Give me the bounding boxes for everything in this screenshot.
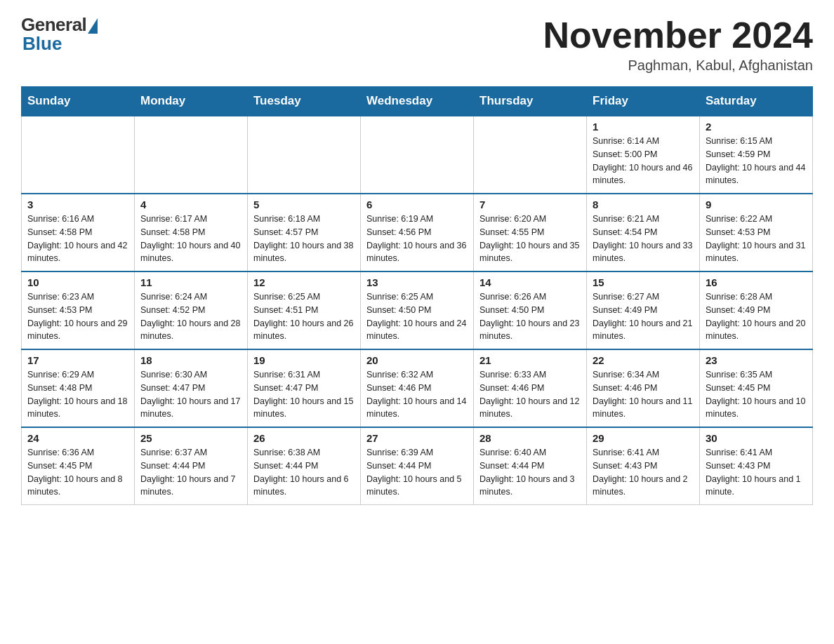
- calendar-day-cell: 9Sunrise: 6:22 AMSunset: 4:53 PMDaylight…: [700, 194, 813, 271]
- calendar-weekday-header: Tuesday: [248, 87, 361, 116]
- day-number: 25: [140, 432, 241, 444]
- day-info: Sunrise: 6:40 AMSunset: 4:44 PMDaylight:…: [479, 446, 581, 499]
- calendar-day-cell: [361, 116, 474, 194]
- day-info: Sunrise: 6:41 AMSunset: 4:43 PMDaylight:…: [593, 446, 694, 499]
- day-info: Sunrise: 6:17 AMSunset: 4:58 PMDaylight:…: [140, 213, 241, 265]
- calendar-week-row: 1Sunrise: 6:14 AMSunset: 5:00 PMDaylight…: [22, 116, 813, 194]
- day-info: Sunrise: 6:18 AMSunset: 4:57 PMDaylight:…: [253, 213, 355, 265]
- day-info: Sunrise: 6:21 AMSunset: 4:54 PMDaylight:…: [593, 213, 694, 265]
- page-header: General Blue November 2024 Paghman, Kabu…: [21, 14, 813, 74]
- day-number: 22: [593, 354, 694, 366]
- day-number: 19: [253, 354, 355, 366]
- day-info: Sunrise: 6:41 AMSunset: 4:43 PMDaylight:…: [706, 446, 807, 499]
- calendar-day-cell: 17Sunrise: 6:29 AMSunset: 4:48 PMDayligh…: [22, 349, 135, 427]
- day-number: 7: [479, 199, 581, 210]
- calendar-day-cell: [135, 116, 248, 194]
- title-area: November 2024 Paghman, Kabul, Afghanista…: [543, 14, 813, 74]
- day-info: Sunrise: 6:24 AMSunset: 4:52 PMDaylight:…: [140, 290, 241, 343]
- day-number: 24: [27, 432, 128, 444]
- calendar-week-row: 3Sunrise: 6:16 AMSunset: 4:58 PMDaylight…: [22, 194, 813, 271]
- day-info: Sunrise: 6:37 AMSunset: 4:44 PMDaylight:…: [140, 446, 241, 499]
- calendar-day-cell: 4Sunrise: 6:17 AMSunset: 4:58 PMDaylight…: [135, 194, 248, 271]
- calendar-day-cell: 8Sunrise: 6:21 AMSunset: 4:54 PMDaylight…: [587, 194, 700, 271]
- day-number: 9: [706, 199, 807, 210]
- calendar-day-cell: 2Sunrise: 6:15 AMSunset: 4:59 PMDaylight…: [700, 116, 813, 194]
- day-number: 3: [27, 199, 128, 210]
- calendar-day-cell: 24Sunrise: 6:36 AMSunset: 4:45 PMDayligh…: [22, 427, 135, 505]
- day-info: Sunrise: 6:36 AMSunset: 4:45 PMDaylight:…: [27, 446, 128, 499]
- calendar-day-cell: 26Sunrise: 6:38 AMSunset: 4:44 PMDayligh…: [248, 427, 361, 505]
- logo-blue-text: Blue: [22, 33, 62, 55]
- day-info: Sunrise: 6:14 AMSunset: 5:00 PMDaylight:…: [593, 135, 694, 187]
- calendar-day-cell: 5Sunrise: 6:18 AMSunset: 4:57 PMDaylight…: [248, 194, 361, 271]
- day-info: Sunrise: 6:20 AMSunset: 4:55 PMDaylight:…: [479, 213, 581, 265]
- day-info: Sunrise: 6:35 AMSunset: 4:45 PMDaylight:…: [706, 368, 807, 421]
- calendar-day-cell: 15Sunrise: 6:27 AMSunset: 4:49 PMDayligh…: [587, 271, 700, 349]
- calendar-day-cell: [248, 116, 361, 194]
- day-number: 1: [593, 121, 694, 133]
- day-info: Sunrise: 6:25 AMSunset: 4:51 PMDaylight:…: [253, 290, 355, 343]
- calendar-day-cell: 14Sunrise: 6:26 AMSunset: 4:50 PMDayligh…: [474, 271, 587, 349]
- calendar-day-cell: 13Sunrise: 6:25 AMSunset: 4:50 PMDayligh…: [361, 271, 474, 349]
- day-number: 30: [706, 432, 807, 444]
- day-number: 15: [593, 276, 694, 288]
- calendar-day-cell: 21Sunrise: 6:33 AMSunset: 4:46 PMDayligh…: [474, 349, 587, 427]
- location-text: Paghman, Kabul, Afghanistan: [543, 58, 813, 74]
- calendar-day-cell: 18Sunrise: 6:30 AMSunset: 4:47 PMDayligh…: [135, 349, 248, 427]
- day-info: Sunrise: 6:29 AMSunset: 4:48 PMDaylight:…: [27, 368, 128, 421]
- calendar-day-cell: 25Sunrise: 6:37 AMSunset: 4:44 PMDayligh…: [135, 427, 248, 505]
- calendar-weekday-header: Saturday: [700, 87, 813, 116]
- calendar-day-cell: 6Sunrise: 6:19 AMSunset: 4:56 PMDaylight…: [361, 194, 474, 271]
- calendar-day-cell: 11Sunrise: 6:24 AMSunset: 4:52 PMDayligh…: [135, 271, 248, 349]
- calendar-day-cell: 16Sunrise: 6:28 AMSunset: 4:49 PMDayligh…: [700, 271, 813, 349]
- calendar-week-row: 17Sunrise: 6:29 AMSunset: 4:48 PMDayligh…: [22, 349, 813, 427]
- day-info: Sunrise: 6:28 AMSunset: 4:49 PMDaylight:…: [706, 290, 807, 343]
- day-info: Sunrise: 6:23 AMSunset: 4:53 PMDaylight:…: [27, 290, 128, 343]
- day-number: 28: [479, 432, 581, 444]
- day-info: Sunrise: 6:38 AMSunset: 4:44 PMDaylight:…: [253, 446, 355, 499]
- day-info: Sunrise: 6:26 AMSunset: 4:50 PMDaylight:…: [479, 290, 581, 343]
- day-number: 23: [706, 354, 807, 366]
- day-number: 2: [706, 121, 807, 133]
- day-number: 14: [479, 276, 581, 288]
- day-info: Sunrise: 6:30 AMSunset: 4:47 PMDaylight:…: [140, 368, 241, 421]
- calendar-day-cell: 27Sunrise: 6:39 AMSunset: 4:44 PMDayligh…: [361, 427, 474, 505]
- calendar-weekday-header: Wednesday: [361, 87, 474, 116]
- day-info: Sunrise: 6:15 AMSunset: 4:59 PMDaylight:…: [706, 135, 807, 187]
- day-info: Sunrise: 6:22 AMSunset: 4:53 PMDaylight:…: [706, 213, 807, 265]
- day-number: 11: [140, 276, 241, 288]
- calendar-day-cell: [22, 116, 135, 194]
- day-number: 21: [479, 354, 581, 366]
- day-number: 27: [366, 432, 468, 444]
- calendar-day-cell: 10Sunrise: 6:23 AMSunset: 4:53 PMDayligh…: [22, 271, 135, 349]
- day-info: Sunrise: 6:39 AMSunset: 4:44 PMDaylight:…: [366, 446, 468, 499]
- day-number: 26: [253, 432, 355, 444]
- calendar-weekday-header: Sunday: [22, 87, 135, 116]
- calendar-weekday-header: Monday: [135, 87, 248, 116]
- day-info: Sunrise: 6:25 AMSunset: 4:50 PMDaylight:…: [366, 290, 468, 343]
- calendar-table: SundayMondayTuesdayWednesdayThursdayFrid…: [21, 86, 813, 505]
- day-number: 20: [366, 354, 468, 366]
- day-number: 12: [253, 276, 355, 288]
- day-number: 8: [593, 199, 694, 210]
- calendar-day-cell: 7Sunrise: 6:20 AMSunset: 4:55 PMDaylight…: [474, 194, 587, 271]
- month-title: November 2024: [543, 14, 813, 56]
- calendar-day-cell: 12Sunrise: 6:25 AMSunset: 4:51 PMDayligh…: [248, 271, 361, 349]
- calendar-day-cell: 20Sunrise: 6:32 AMSunset: 4:46 PMDayligh…: [361, 349, 474, 427]
- day-number: 6: [366, 199, 468, 210]
- day-info: Sunrise: 6:31 AMSunset: 4:47 PMDaylight:…: [253, 368, 355, 421]
- day-number: 10: [27, 276, 128, 288]
- calendar-week-row: 10Sunrise: 6:23 AMSunset: 4:53 PMDayligh…: [22, 271, 813, 349]
- calendar-weekday-header: Thursday: [474, 87, 587, 116]
- calendar-day-cell: 29Sunrise: 6:41 AMSunset: 4:43 PMDayligh…: [587, 427, 700, 505]
- calendar-day-cell: 23Sunrise: 6:35 AMSunset: 4:45 PMDayligh…: [700, 349, 813, 427]
- day-info: Sunrise: 6:34 AMSunset: 4:46 PMDaylight:…: [593, 368, 694, 421]
- calendar-day-cell: 1Sunrise: 6:14 AMSunset: 5:00 PMDaylight…: [587, 116, 700, 194]
- logo-triangle-icon: [88, 18, 98, 34]
- day-info: Sunrise: 6:19 AMSunset: 4:56 PMDaylight:…: [366, 213, 468, 265]
- day-number: 4: [140, 199, 241, 210]
- day-info: Sunrise: 6:33 AMSunset: 4:46 PMDaylight:…: [479, 368, 581, 421]
- calendar-day-cell: 30Sunrise: 6:41 AMSunset: 4:43 PMDayligh…: [700, 427, 813, 505]
- day-info: Sunrise: 6:32 AMSunset: 4:46 PMDaylight:…: [366, 368, 468, 421]
- calendar-header-row: SundayMondayTuesdayWednesdayThursdayFrid…: [22, 87, 813, 116]
